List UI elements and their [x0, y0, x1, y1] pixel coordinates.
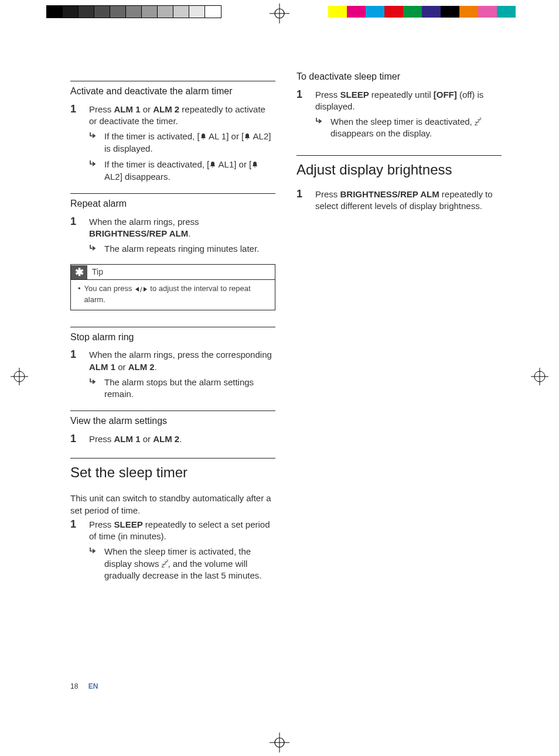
step: 1 Press ALM 1 or ALM 2 repeatedly to act…	[70, 104, 275, 183]
step-number: 1	[70, 433, 82, 445]
bold-text: [OFF]	[434, 90, 457, 100]
step-body: Press BRIGHTNESS/REP ALM repeatedly to s…	[315, 189, 502, 213]
language-code: EN	[88, 682, 98, 690]
result-text: The alarm repeats ringing minutes later.	[104, 243, 275, 255]
bell-icon	[251, 159, 258, 171]
bell-icon	[244, 131, 251, 143]
step: 1 When the alarm rings, press the corres…	[70, 349, 275, 400]
print-marks-top	[0, 0, 559, 23]
bold-text: ALM 1	[114, 434, 141, 444]
step-body: Press ALM 1 or ALM 2.	[89, 433, 275, 445]
step-number: 1	[70, 104, 82, 183]
left-column: Activate and deactivate the alarm timer …	[70, 70, 275, 691]
result-text: If the timer is deactivated, [ AL1] or […	[104, 159, 275, 183]
text: Press	[315, 90, 340, 100]
bullet: •	[78, 283, 81, 305]
step-number: 1	[70, 519, 82, 581]
text: or	[141, 104, 154, 114]
zz-icon: zzz	[475, 119, 481, 126]
result-arrow-icon	[89, 377, 98, 401]
bold-text: ALM 2	[128, 362, 155, 372]
result-text: The alarm stops but the alarm settings r…	[104, 377, 275, 401]
bold-text: ALM 2	[153, 434, 179, 444]
text: .	[188, 228, 190, 238]
color-bars	[328, 6, 516, 18]
text: Press	[89, 104, 114, 114]
bold-text: SLEEP	[114, 519, 143, 529]
text: or	[141, 434, 154, 444]
bold-text: SLEEP	[340, 90, 369, 100]
crop-mark-left	[11, 368, 28, 385]
text: When the alarm rings, press	[89, 217, 199, 227]
bell-icon	[200, 131, 207, 143]
bold-text: ALM 1	[114, 104, 141, 114]
bell-icon	[209, 159, 216, 171]
text: When the sleep timer is deactivated,	[330, 117, 475, 126]
result: When the sleep timer is deactivated, zzz…	[315, 116, 502, 140]
print-marks-bottom	[0, 733, 559, 756]
result: The alarm repeats ringing minutes later.	[89, 243, 275, 255]
text: .	[155, 362, 157, 372]
tip-text: You can press / to adjust the interval t…	[84, 283, 269, 305]
crop-mark-right	[531, 368, 548, 385]
step-body: When the alarm rings, press BRIGHTNESS/R…	[89, 216, 275, 255]
result-text: When the sleep timer is activated, the d…	[104, 546, 275, 581]
bold-text: BRIGHTNESS/REP ALM	[340, 189, 439, 199]
step-body: When the alarm rings, press the correspo…	[89, 349, 275, 400]
main-heading: Adjust display brightness	[296, 156, 502, 186]
bold-text: ALM 1	[89, 362, 115, 372]
text: AL2] disappears.	[104, 172, 171, 182]
result-text: When the sleep timer is deactivated, zzz…	[330, 116, 502, 140]
text: disappears on the display.	[330, 128, 432, 138]
text: repeatedly until	[369, 90, 434, 100]
result-arrow-icon	[315, 116, 325, 140]
step-body: Press ALM 1 or ALM 2 repeatedly to activ…	[89, 104, 275, 183]
step-number: 1	[296, 189, 308, 213]
bold-text: ALM 2	[153, 104, 179, 114]
result: If the timer is activated, [ AL 1] or [ …	[89, 131, 275, 155]
text: .	[179, 434, 182, 444]
step: 1 Press BRIGHTNESS/REP ALM repeatedly to…	[296, 189, 502, 213]
page-number: 18	[70, 682, 78, 690]
step-body: Press SLEEP repeatedly until [OFF] (off)…	[315, 89, 502, 140]
zz-icon: zzz	[162, 562, 168, 569]
step: 1 Press SLEEP repeatedly to select a set…	[70, 519, 275, 581]
result-text: If the timer is activated, [ AL 1] or [ …	[104, 131, 275, 155]
text: or	[115, 362, 128, 372]
intro-text: This unit can switch to standby automati…	[70, 492, 275, 516]
section-heading: Repeat alarm	[70, 194, 275, 214]
step-number: 1	[70, 349, 82, 400]
text: Press	[89, 519, 114, 529]
page-footer: 18 EN	[70, 682, 98, 691]
registration-mark-icon	[270, 4, 289, 23]
step-number: 1	[296, 89, 308, 140]
prev-next-icon: /	[134, 285, 148, 295]
step: 1 Press ALM 1 or ALM 2.	[70, 433, 275, 445]
section-heading: To deactivate sleep timer	[296, 70, 502, 87]
text: Press	[89, 434, 114, 444]
step: 1 Press SLEEP repeatedly until [OFF] (of…	[296, 89, 502, 140]
result-arrow-icon	[89, 131, 98, 155]
result: The alarm stops but the alarm settings r…	[89, 377, 275, 401]
step: 1 When the alarm rings, press BRIGHTNESS…	[70, 216, 275, 255]
registration-mark-icon	[270, 733, 289, 752]
grayscale-bars	[47, 6, 221, 18]
text: When the alarm rings, press the correspo…	[89, 350, 272, 360]
asterisk-icon: ✱	[71, 265, 87, 279]
text: If the timer is activated, [	[104, 131, 200, 141]
right-column: To deactivate sleep timer 1 Press SLEEP …	[296, 70, 502, 691]
step-number: 1	[70, 216, 82, 255]
result: When the sleep timer is activated, the d…	[89, 546, 275, 581]
section-heading: View the alarm settings	[70, 411, 275, 431]
result: If the timer is deactivated, [ AL1] or […	[89, 159, 275, 183]
tip-box: ✱ Tip • You can press / to adjust the in…	[70, 264, 275, 310]
text: If the timer is deactivated, [	[104, 159, 209, 169]
text: You can press	[84, 284, 135, 293]
section-heading: Stop alarm ring	[70, 327, 275, 347]
text: Press	[315, 189, 340, 199]
section-heading: Activate and deactivate the alarm timer	[70, 81, 275, 101]
result-arrow-icon	[89, 243, 98, 255]
main-heading: Set the sleep timer	[70, 459, 275, 489]
step-body: Press SLEEP repeatedly to select a set p…	[89, 519, 275, 581]
page-content: Activate and deactivate the alarm timer …	[70, 70, 504, 691]
